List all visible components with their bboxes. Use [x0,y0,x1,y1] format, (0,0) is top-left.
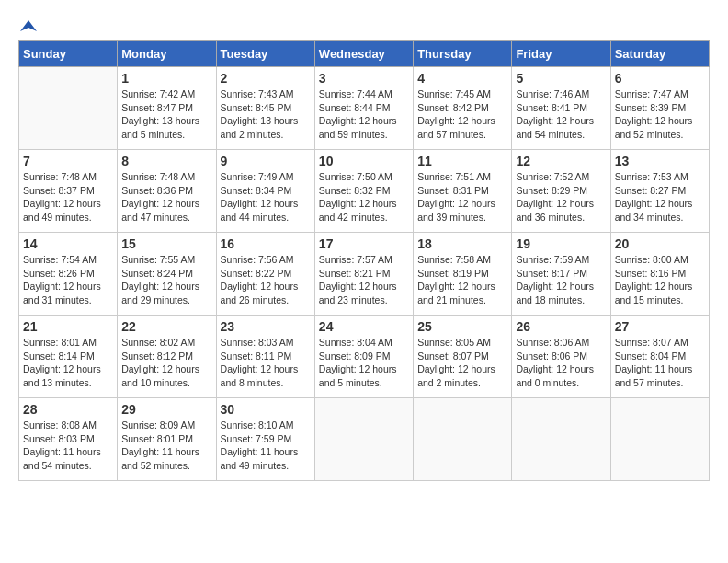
calendar-table: SundayMondayTuesdayWednesdayThursdayFrid… [18,40,710,481]
calendar-cell: 21Sunrise: 8:01 AM Sunset: 8:14 PM Dayli… [19,316,118,398]
day-info: Sunrise: 8:06 AM Sunset: 8:06 PM Dayligh… [516,336,606,390]
day-info: Sunrise: 8:03 AM Sunset: 8:11 PM Dayligh… [221,336,311,390]
calendar-cell: 9Sunrise: 7:49 AM Sunset: 8:34 PM Daylig… [216,150,314,233]
calendar-cell [314,398,413,481]
day-number: 1 [121,71,211,86]
calendar-cell: 24Sunrise: 8:04 AM Sunset: 8:09 PM Dayli… [314,316,413,398]
calendar-cell: 1Sunrise: 7:42 AM Sunset: 8:47 PM Daylig… [118,67,216,150]
day-number: 4 [417,71,507,86]
calendar-cell: 12Sunrise: 7:52 AM Sunset: 8:29 PM Dayli… [512,150,610,233]
calendar-cell: 10Sunrise: 7:50 AM Sunset: 8:32 PM Dayli… [314,150,413,233]
calendar-cell [610,398,709,481]
calendar-cell [512,398,610,481]
calendar-cell: 6Sunrise: 7:47 AM Sunset: 8:39 PM Daylig… [610,67,709,150]
day-number: 11 [417,154,507,168]
day-info: Sunrise: 7:44 AM Sunset: 8:44 PM Dayligh… [319,87,409,142]
day-number: 17 [319,236,409,251]
svg-marker-0 [20,20,37,31]
day-info: Sunrise: 7:42 AM Sunset: 8:47 PM Dayligh… [121,87,211,142]
calendar-cell [19,67,118,150]
day-number: 8 [121,154,211,168]
day-info: Sunrise: 7:50 AM Sunset: 8:32 PM Dayligh… [319,170,409,224]
calendar-cell [414,398,512,481]
day-info: Sunrise: 7:52 AM Sunset: 8:29 PM Dayligh… [516,170,606,224]
day-number: 10 [319,154,409,168]
day-info: Sunrise: 7:53 AM Sunset: 8:27 PM Dayligh… [615,170,705,224]
day-info: Sunrise: 7:54 AM Sunset: 8:26 PM Dayligh… [23,253,113,307]
calendar-cell: 4Sunrise: 7:45 AM Sunset: 8:42 PM Daylig… [414,67,512,150]
day-info: Sunrise: 8:10 AM Sunset: 7:59 PM Dayligh… [221,419,311,473]
day-info: Sunrise: 7:55 AM Sunset: 8:24 PM Dayligh… [121,253,211,307]
day-info: Sunrise: 7:49 AM Sunset: 8:34 PM Dayligh… [221,170,311,224]
day-number: 26 [516,319,606,334]
day-number: 14 [23,236,113,251]
calendar-cell: 13Sunrise: 7:53 AM Sunset: 8:27 PM Dayli… [610,150,709,233]
day-info: Sunrise: 8:08 AM Sunset: 8:03 PM Dayligh… [23,419,113,473]
weekday-header-tuesday: Tuesday [216,41,314,67]
calendar-cell: 18Sunrise: 7:58 AM Sunset: 8:19 PM Dayli… [414,233,512,316]
weekday-header-saturday: Saturday [610,41,709,67]
calendar-cell: 17Sunrise: 7:57 AM Sunset: 8:21 PM Dayli… [314,233,413,316]
calendar-cell: 30Sunrise: 8:10 AM Sunset: 7:59 PM Dayli… [216,398,314,481]
calendar-cell: 5Sunrise: 7:46 AM Sunset: 8:41 PM Daylig… [512,67,610,150]
calendar-cell: 25Sunrise: 8:05 AM Sunset: 8:07 PM Dayli… [414,316,512,398]
day-info: Sunrise: 7:48 AM Sunset: 8:37 PM Dayligh… [23,170,113,224]
weekday-header-thursday: Thursday [414,41,512,67]
day-info: Sunrise: 7:56 AM Sunset: 8:22 PM Dayligh… [221,253,311,307]
day-number: 20 [615,236,705,251]
day-number: 18 [417,236,507,251]
day-number: 12 [516,154,606,168]
day-info: Sunrise: 7:47 AM Sunset: 8:39 PM Dayligh… [615,87,705,142]
day-number: 6 [615,71,705,86]
calendar-cell: 27Sunrise: 8:07 AM Sunset: 8:04 PM Dayli… [610,316,709,398]
calendar-cell: 19Sunrise: 7:59 AM Sunset: 8:17 PM Dayli… [512,233,610,316]
logo-bird-icon [20,18,37,35]
header [18,18,710,31]
day-number: 22 [121,319,211,334]
calendar-cell: 22Sunrise: 8:02 AM Sunset: 8:12 PM Dayli… [118,316,216,398]
day-number: 27 [615,319,705,334]
calendar-cell: 28Sunrise: 8:08 AM Sunset: 8:03 PM Dayli… [19,398,118,481]
day-info: Sunrise: 8:01 AM Sunset: 8:14 PM Dayligh… [23,336,113,390]
day-info: Sunrise: 7:46 AM Sunset: 8:41 PM Dayligh… [516,87,606,142]
day-info: Sunrise: 8:05 AM Sunset: 8:07 PM Dayligh… [417,336,507,390]
calendar-cell: 11Sunrise: 7:51 AM Sunset: 8:31 PM Dayli… [414,150,512,233]
day-number: 29 [121,402,211,417]
day-info: Sunrise: 8:00 AM Sunset: 8:16 PM Dayligh… [615,253,705,307]
weekday-header-wednesday: Wednesday [314,41,413,67]
day-info: Sunrise: 7:59 AM Sunset: 8:17 PM Dayligh… [516,253,606,307]
day-number: 19 [516,236,606,251]
calendar-cell: 14Sunrise: 7:54 AM Sunset: 8:26 PM Dayli… [19,233,118,316]
calendar-cell: 8Sunrise: 7:48 AM Sunset: 8:36 PM Daylig… [118,150,216,233]
day-info: Sunrise: 8:04 AM Sunset: 8:09 PM Dayligh… [319,336,409,390]
weekday-header-monday: Monday [118,41,216,67]
day-number: 16 [221,236,311,251]
day-info: Sunrise: 8:07 AM Sunset: 8:04 PM Dayligh… [615,336,705,390]
day-number: 25 [417,319,507,334]
day-info: Sunrise: 7:57 AM Sunset: 8:21 PM Dayligh… [319,253,409,307]
day-number: 2 [221,71,311,86]
calendar-cell: 2Sunrise: 7:43 AM Sunset: 8:45 PM Daylig… [216,67,314,150]
day-info: Sunrise: 7:45 AM Sunset: 8:42 PM Dayligh… [417,87,507,142]
day-number: 13 [615,154,705,168]
day-number: 24 [319,319,409,334]
day-number: 28 [23,402,113,417]
weekday-header-sunday: Sunday [19,41,118,67]
calendar-cell: 3Sunrise: 7:44 AM Sunset: 8:44 PM Daylig… [314,67,413,150]
calendar-cell: 16Sunrise: 7:56 AM Sunset: 8:22 PM Dayli… [216,233,314,316]
weekday-header-friday: Friday [512,41,610,67]
day-info: Sunrise: 8:09 AM Sunset: 8:01 PM Dayligh… [121,419,211,473]
day-number: 23 [221,319,311,334]
day-number: 7 [23,154,113,168]
day-number: 5 [516,71,606,86]
day-info: Sunrise: 7:51 AM Sunset: 8:31 PM Dayligh… [417,170,507,224]
calendar-cell: 26Sunrise: 8:06 AM Sunset: 8:06 PM Dayli… [512,316,610,398]
calendar-cell: 29Sunrise: 8:09 AM Sunset: 8:01 PM Dayli… [118,398,216,481]
day-number: 21 [23,319,113,334]
day-number: 30 [221,402,311,417]
day-info: Sunrise: 7:48 AM Sunset: 8:36 PM Dayligh… [121,170,211,224]
day-number: 9 [221,154,311,168]
calendar-cell: 7Sunrise: 7:48 AM Sunset: 8:37 PM Daylig… [19,150,118,233]
calendar-cell: 20Sunrise: 8:00 AM Sunset: 8:16 PM Dayli… [610,233,709,316]
calendar-cell: 23Sunrise: 8:03 AM Sunset: 8:11 PM Dayli… [216,316,314,398]
